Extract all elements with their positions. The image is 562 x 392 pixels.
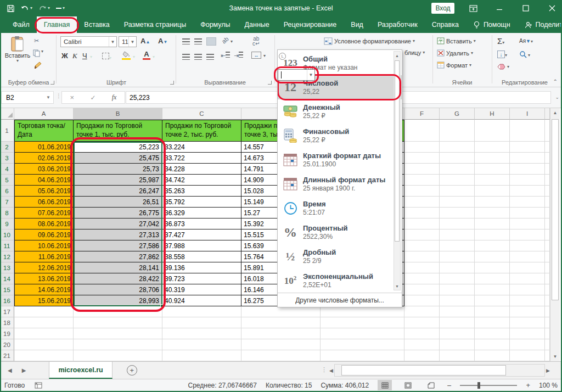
font-size-combobox[interactable]: 11▼	[119, 36, 137, 47]
zoom-slider[interactable]	[460, 385, 517, 386]
insert-function-icon[interactable]: fx	[112, 93, 117, 102]
tab-формулы[interactable]: Формулы	[193, 16, 237, 33]
cell-C20[interactable]	[162, 339, 241, 350]
cell-E17[interactable]	[321, 306, 404, 317]
cell-G7[interactable]	[440, 197, 475, 208]
cell-G14[interactable]	[440, 273, 475, 284]
cell-G18[interactable]	[440, 317, 475, 328]
row-header-21[interactable]: 21	[0, 350, 14, 361]
redo-caret[interactable]: ▾	[48, 6, 50, 10]
cell-F5[interactable]	[404, 175, 440, 186]
cell-C5[interactable]: 34.742	[162, 175, 241, 186]
row-header-18[interactable]: 18	[0, 317, 14, 328]
sheet-prev-icon[interactable]: ◀	[8, 367, 12, 373]
cell-fill12[interactable]	[545, 251, 550, 262]
format-painter-button[interactable]	[34, 61, 42, 69]
cell-F3[interactable]	[404, 153, 440, 164]
cell-B15[interactable]: 28,706	[74, 284, 162, 295]
cell-fill6[interactable]	[545, 186, 550, 197]
scroll-up-icon[interactable]: ▲	[550, 108, 560, 117]
cell-C6[interactable]: 35.263	[162, 186, 241, 197]
zoom-slider-thumb[interactable]	[477, 382, 480, 389]
ribbon-display-options-icon[interactable]	[464, 0, 482, 16]
cell-I14[interactable]	[510, 273, 545, 284]
page-layout-view-icon[interactable]	[401, 380, 415, 390]
format-as-table-button[interactable]: блицу▾	[404, 49, 425, 56]
cell-G15[interactable]	[440, 284, 475, 295]
more-number-formats-item[interactable]: Другие числовые форматы...	[278, 293, 402, 307]
horizontal-scroll-thumb[interactable]	[341, 365, 506, 376]
cell-F15[interactable]	[404, 284, 440, 295]
row-header-6[interactable]: 6	[0, 186, 14, 197]
copy-button[interactable]: ▾	[33, 49, 43, 57]
increase-indent-icon[interactable]: ⇥	[234, 52, 243, 59]
cell-A7[interactable]: 06.06.2019	[14, 197, 74, 208]
cell-A1[interactable]: Торговая точка/ Дата	[14, 120, 74, 142]
cell-C3[interactable]: 33.722	[162, 153, 241, 164]
cell-D20[interactable]	[241, 339, 321, 350]
sign-in-button[interactable]: Вход	[431, 3, 454, 14]
cell-fill20[interactable]	[545, 339, 550, 350]
cell-fill9[interactable]	[545, 219, 550, 229]
cell-F13[interactable]	[404, 262, 440, 273]
expand-formula-bar-icon[interactable]: ⌄	[555, 94, 559, 100]
cell-G5[interactable]	[440, 175, 475, 186]
close-icon[interactable]	[543, 0, 561, 16]
cell-B18[interactable]	[74, 317, 162, 328]
row-header-8[interactable]: 8	[0, 208, 14, 219]
cell-H7[interactable]	[475, 197, 510, 208]
cell-A5[interactable]: 04.06.2019	[14, 175, 74, 186]
cell-B2[interactable]: 25,223	[74, 142, 162, 153]
cell-F4[interactable]	[404, 164, 440, 175]
cell-H19[interactable]	[475, 328, 510, 339]
cell-E20[interactable]	[321, 339, 404, 350]
cell-G11[interactable]	[440, 240, 475, 251]
hscroll-right-icon[interactable]: ▶	[546, 368, 550, 373]
cell-fill8[interactable]	[545, 208, 550, 219]
sheet-next-icon[interactable]: ▶	[22, 367, 26, 373]
cell-fill5[interactable]	[545, 175, 550, 186]
cell-F6[interactable]	[404, 186, 440, 197]
cell-H15[interactable]	[475, 284, 510, 295]
cell-B12[interactable]: 27,862	[74, 251, 162, 262]
hscroll-left-icon[interactable]: ◀	[329, 368, 333, 373]
orientation-icon[interactable]: ab	[221, 35, 230, 44]
normal-view-icon[interactable]	[378, 380, 392, 390]
cell-A10[interactable]: 09.06.2019	[14, 229, 74, 240]
tab-справка[interactable]: Справка	[425, 16, 466, 33]
enter-icon[interactable]: ✓	[90, 94, 95, 102]
cell-A14[interactable]: 13.06.2019	[14, 273, 74, 284]
column-header-B[interactable]: B	[74, 108, 162, 120]
alignment-dialog-launcher[interactable]	[268, 81, 272, 85]
insert-cells-button[interactable]: Вставить▾	[437, 37, 476, 44]
cell-A13[interactable]: 12.06.2019	[14, 262, 74, 273]
cell-I7[interactable]	[510, 197, 545, 208]
cell-C4[interactable]: 34.228	[162, 164, 241, 175]
cell-I17[interactable]	[510, 306, 545, 317]
clear-caret[interactable]: ▾	[507, 65, 509, 69]
cell-F2[interactable]	[404, 142, 440, 153]
row-header-19[interactable]: 19	[0, 328, 14, 339]
add-sheet-icon[interactable]: +	[127, 365, 137, 376]
tab-рецензирование[interactable]: Рецензирование	[277, 16, 344, 33]
cell-G21[interactable]	[440, 350, 475, 361]
row-header-14[interactable]: 14	[0, 273, 14, 284]
cell-H18[interactable]	[475, 317, 510, 328]
align-top-icon[interactable]	[182, 38, 190, 44]
conditional-formatting-button[interactable]: Условное форматирование▾	[324, 37, 415, 45]
cell-A17[interactable]	[14, 306, 74, 317]
cell-G4[interactable]	[440, 164, 475, 175]
clear-button[interactable]	[497, 64, 505, 70]
cell-fill19[interactable]	[545, 328, 550, 339]
cell-fill15[interactable]	[545, 284, 550, 295]
cell-D18[interactable]	[241, 317, 321, 328]
cell-G8[interactable]	[440, 208, 475, 219]
cell-G19[interactable]	[440, 328, 475, 339]
cell-A12[interactable]: 11.06.2019	[14, 251, 74, 262]
number-format-combobox[interactable]: ▼	[278, 69, 315, 81]
row-header-13[interactable]: 13	[0, 262, 14, 273]
cell-B20[interactable]	[74, 339, 162, 350]
cell-C12[interactable]: 38.558	[162, 251, 241, 262]
column-header-G[interactable]: G	[440, 108, 475, 120]
dropdown-scrollbar[interactable]: ▲ ▼	[394, 51, 401, 290]
